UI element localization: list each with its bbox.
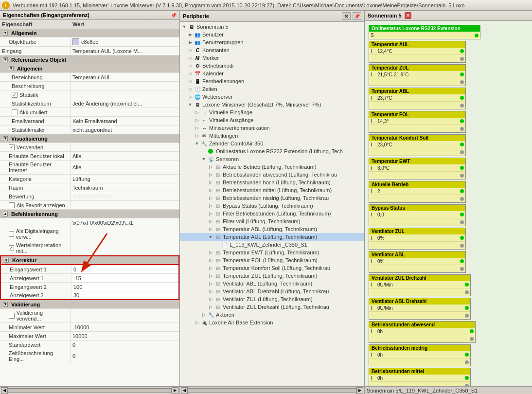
tree-item-l119[interactable]: 📄 L_119_KWL_Zehnder_C350_S1 bbox=[180, 241, 364, 249]
tree-item-vent-zul[interactable]: ▷ ⊞ Ventilator ZUL (Lüftung, Technikraum… bbox=[180, 295, 364, 303]
tree-item-benutzergruppen[interactable]: ▶ 👥 Benutzergruppen bbox=[180, 38, 364, 46]
collapse-allgemein-2[interactable]: ▼ bbox=[9, 66, 14, 71]
scroll-right-btn[interactable]: ▶ bbox=[172, 387, 178, 394]
expand-temp-komfort[interactable]: ▷ bbox=[207, 266, 214, 270]
section-validierung[interactable]: ▼ Validierung bbox=[0, 300, 179, 309]
tree-item-zeiten[interactable]: ▷ 🕐 Zeiten bbox=[180, 85, 364, 93]
expand-comfoair[interactable]: ▼ bbox=[194, 141, 200, 146]
expand-sonnenrain5[interactable]: ▼ bbox=[181, 24, 188, 29]
close-panel-btn[interactable]: ✕ bbox=[342, 12, 351, 20]
scroll-left-btn[interactable]: ◀ bbox=[1, 387, 8, 394]
expand-vent-abl[interactable]: ▷ bbox=[207, 281, 214, 286]
tree-item-miniserver-komm[interactable]: ▷ ↔ Miniserverkommunikation bbox=[180, 124, 364, 132]
tree-item-temp-fol[interactable]: ▷ ⊞ Temperatur FOL (Lüftung, Technikraum… bbox=[180, 256, 364, 264]
chk-digital-eingang[interactable] bbox=[9, 231, 14, 237]
pin-panel-btn[interactable]: 📌 bbox=[353, 12, 361, 20]
expand-temp-aul[interactable]: ▼ bbox=[207, 234, 214, 239]
tree-item-onlinestatus[interactable]: Onlinestatus Loxone RS232 Extension (Lüf… bbox=[180, 147, 364, 155]
section-allgemein-2[interactable]: ▼ Allgemein bbox=[0, 64, 179, 73]
tree-item-aktuelle-betrieb[interactable]: ▷ ⊞ Aktuelle Betrieb (Lüftung, Technikra… bbox=[180, 163, 364, 171]
scroll-mid-right-btn[interactable]: ▶ bbox=[356, 387, 363, 394]
expand-konstanten[interactable]: ▷ bbox=[187, 48, 194, 53]
tab-close-btn[interactable]: ✕ bbox=[405, 12, 411, 19]
expand-benutzergruppen[interactable]: ▶ bbox=[187, 40, 194, 45]
section-visualisierung[interactable]: ▼ Visualisierung bbox=[0, 134, 179, 143]
expand-filter-voll[interactable]: ▷ bbox=[207, 219, 214, 224]
tree-item-virtuelle-ausgaenge[interactable]: ▷ ← Virtuelle Ausgänge bbox=[180, 116, 364, 124]
tree-item-kalender[interactable]: ▷ 📅 Kalender bbox=[180, 70, 364, 77]
expand-vent-zul[interactable]: ▷ bbox=[207, 297, 214, 302]
tree-item-vent-zul-drehz[interactable]: ▷ ⊞ Ventilator ZUL Drehzahl (Lüftung, Te… bbox=[180, 303, 364, 311]
tree-item-virtuelle-eingaenge[interactable]: ▷ → Virtuelle Eingänge bbox=[180, 108, 364, 116]
pin-icon[interactable]: 📌 bbox=[171, 13, 177, 18]
scroll-track-mid[interactable] bbox=[188, 388, 356, 393]
tree-item-aktoren[interactable]: ▷ 🔧 Aktoren bbox=[180, 311, 364, 319]
expand-benutzer[interactable]: ▶ bbox=[187, 32, 194, 37]
section-allgemein-1[interactable]: ▼ Allgemein bbox=[0, 29, 179, 37]
tree-item-merker[interactable]: ▷ M Merker bbox=[180, 54, 364, 62]
expand-aktuelle-betrieb[interactable]: ▷ bbox=[207, 164, 214, 169]
tree-item-temp-zul[interactable]: ▷ ⊞ Temperatur ZUL (Lüftung, Technikraum… bbox=[180, 272, 364, 280]
tree-item-konstanten[interactable]: ▷ C Konstanten bbox=[180, 46, 364, 54]
expand-aktoren[interactable]: ▷ bbox=[200, 312, 207, 317]
tree-item-temp-ewt[interactable]: ▷ ⊞ Temperatur EWT (Lüftung, Technikraum… bbox=[180, 249, 364, 256]
tree-item-betr-mittel[interactable]: ▷ ⊞ Betriebsstunden mittel (Lüftung, Tec… bbox=[180, 186, 364, 194]
val-anzeigewert1[interactable]: -15 bbox=[71, 274, 178, 282]
chk-favorit[interactable] bbox=[9, 202, 15, 208]
tree-item-vent-abl[interactable]: ▷ ⊞ Ventilator ABL (Lüftung, Technikraum… bbox=[180, 280, 364, 287]
tree-item-fernbedienungen[interactable]: ▷ 📱 Fernbedienungen bbox=[180, 77, 364, 85]
tree-item-miniserver[interactable]: ▼ 🖥 Loxone Miniserver (Geschätzt 7%, Min… bbox=[180, 101, 364, 108]
collapse-allgemein-1[interactable]: ▼ bbox=[3, 31, 8, 36]
chk-validierung-verw[interactable] bbox=[9, 313, 15, 319]
val-eingangswert2[interactable]: 100 bbox=[71, 283, 178, 291]
expand-temp-abl[interactable]: ▷ bbox=[207, 227, 214, 232]
expand-betr-niedrig[interactable]: ▷ bbox=[207, 196, 214, 200]
expand-temp-ewt[interactable]: ▷ bbox=[207, 250, 214, 255]
expand-filter-betr[interactable]: ▷ bbox=[207, 211, 214, 216]
expand-temp-fol[interactable]: ▷ bbox=[207, 258, 214, 263]
val-anzeigewert2[interactable]: 30 bbox=[71, 291, 178, 299]
tree-item-vent-abl-drehz[interactable]: ▷ ⊞ Ventilator ABL Drehzahl (Lüftung, Te… bbox=[180, 287, 364, 295]
chk-akkumuliert[interactable] bbox=[12, 109, 18, 115]
expand-betr-mittel[interactable]: ▷ bbox=[207, 188, 214, 193]
expand-betr-abwesend[interactable]: ▷ bbox=[207, 172, 214, 177]
section-befehlserkennung[interactable]: ▲ Befehlserkennung bbox=[0, 210, 179, 218]
tree-item-temp-abl[interactable]: ▷ ⊞ Temperatur ABL (Lüftung, Technikraum… bbox=[180, 225, 364, 233]
expand-air-base[interactable]: ▷ bbox=[194, 320, 200, 325]
expand-merker[interactable]: ▷ bbox=[187, 55, 194, 60]
chk-statistik[interactable] bbox=[12, 92, 18, 98]
expand-mitteilungen[interactable]: ▷ bbox=[194, 133, 200, 138]
tree-item-betriebsmodi[interactable]: ▷ ⚙ Betriebsmodi bbox=[180, 62, 364, 70]
chk-werteinterpretation[interactable] bbox=[9, 245, 14, 251]
expand-betr-hoch[interactable]: ▷ bbox=[207, 180, 214, 185]
collapse-validierung[interactable]: ▼ bbox=[3, 302, 8, 307]
tree-item-filter-betr[interactable]: ▷ ⊞ Filter Betriebsstunden (Lüftung, Tec… bbox=[180, 210, 364, 217]
collapse-korrektur[interactable]: ▼ bbox=[4, 258, 9, 263]
tree-item-mitteilungen[interactable]: ▷ ✉ Mitteilungen bbox=[180, 132, 364, 140]
expand-vent-abl-drehz[interactable]: ▷ bbox=[207, 289, 214, 294]
section-ref-obj[interactable]: ▼ Referenziertes Objekt bbox=[0, 55, 179, 64]
tree-item-sonnenrain5[interactable]: ▼ 🖥 Sonnenrain 5 bbox=[180, 23, 364, 31]
tree-item-air-base[interactable]: ▷ 🔌 Loxone Air Base Extension bbox=[180, 319, 364, 326]
tree-item-sensoren[interactable]: ▼ 📡 Sensoren bbox=[180, 155, 364, 163]
tree-item-wetterserver[interactable]: ▷ 🌐 Wetterserver bbox=[180, 93, 364, 101]
collapse-ref-obj[interactable]: ▼ bbox=[3, 57, 8, 62]
tree-item-betr-hoch[interactable]: ▷ ⊞ Betriebsstunden hoch (Lüftung, Techn… bbox=[180, 179, 364, 186]
collapse-visualisierung[interactable]: ▼ bbox=[3, 136, 8, 141]
tree-item-betr-niedrig[interactable]: ▷ ⊞ Betriebsstunden niedrig (Lüftung, Te… bbox=[180, 194, 364, 202]
expand-miniserver[interactable]: ▼ bbox=[187, 102, 194, 107]
scroll-mid-left-btn[interactable]: ◀ bbox=[181, 387, 188, 394]
expand-betriebsmodi[interactable]: ▷ bbox=[187, 63, 194, 68]
expand-virtuelle-eingaenge[interactable]: ▷ bbox=[194, 110, 200, 115]
expand-virtuelle-ausgaenge[interactable]: ▷ bbox=[194, 118, 200, 123]
val-eingangswert1[interactable]: 0 bbox=[71, 265, 178, 273]
tree-item-bypass-status[interactable]: ▷ ⊞ Bypass Status (Lüftung, Technikraum) bbox=[180, 202, 364, 210]
tree-item-comfoair[interactable]: ▼ 🔧 Zehnder ComfoAir 350 bbox=[180, 140, 364, 147]
expand-bypass-status[interactable]: ▷ bbox=[207, 203, 214, 208]
tree-item-benutzer[interactable]: ▶ 👥 Benutzer bbox=[180, 31, 364, 38]
expand-wetterserver[interactable]: ▷ bbox=[187, 94, 194, 99]
chk-verwenden[interactable] bbox=[9, 144, 15, 150]
expand-kalender[interactable]: ▷ bbox=[187, 71, 194, 76]
expand-miniserver-komm[interactable]: ▷ bbox=[194, 125, 200, 130]
tree-item-filter-voll[interactable]: ▷ ⊞ Filter voll (Lüftung, Technikraum) bbox=[180, 217, 364, 225]
